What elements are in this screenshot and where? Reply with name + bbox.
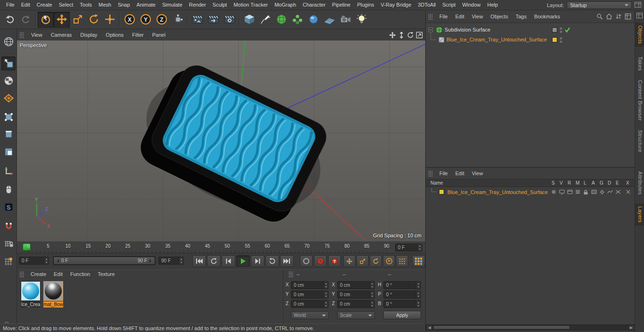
menu-item-animate[interactable]: Animate (133, 0, 159, 10)
object-name-selected[interactable]: Blue_Ice_Cream_Tray_Untouched_Surface (446, 35, 547, 45)
viewport-menu-view[interactable]: View (27, 30, 47, 40)
layer-name[interactable]: Blue_Ice_Cream_Tray_Untouched_Surface (447, 187, 548, 197)
xref-toggle-icon[interactable] (625, 189, 631, 195)
stepper[interactable]: ▴▾ (323, 300, 328, 308)
tab-objects[interactable]: Objects (635, 23, 644, 47)
stepper[interactable]: ▴▾ (44, 257, 49, 264)
scrollbar-thumb[interactable] (433, 325, 570, 330)
layer-color-chip[interactable] (439, 189, 444, 194)
panel-grip[interactable] (428, 170, 433, 177)
edges-mode-button[interactable] (1, 128, 16, 142)
record-button[interactable] (314, 255, 327, 267)
layer-row[interactable]: Blue_Ice_Cream_Tray_Untouched_Surface (426, 187, 635, 197)
menu-item-simulate[interactable]: Simulate (159, 0, 186, 10)
range-right-handle-icon[interactable] (149, 259, 153, 263)
column-e[interactable]: E (616, 180, 619, 186)
om-menu-file[interactable]: File (436, 11, 452, 23)
solo-toggle-icon[interactable] (551, 189, 557, 195)
floor-button[interactable] (322, 12, 338, 28)
column-g[interactable]: G (600, 180, 603, 186)
viewport-menu-filter[interactable]: Filter (128, 30, 148, 40)
stepper[interactable]: ▴▾ (370, 300, 374, 308)
panel-grip[interactable] (19, 271, 25, 277)
column-l[interactable]: L (584, 180, 586, 186)
size-x-field[interactable]: 0 cm▴▾ (337, 281, 375, 289)
tab-takes[interactable]: Takes (635, 54, 644, 73)
lm-menu-file[interactable]: File (436, 169, 452, 178)
menu-item-mograph[interactable]: MoGraph (271, 0, 299, 10)
stepper-up-icon[interactable]: ▴ (179, 257, 183, 261)
render-toggle-icon[interactable] (567, 189, 573, 195)
column-d[interactable]: D (608, 180, 611, 186)
model-mode-button[interactable] (1, 57, 16, 71)
tab-content-browser[interactable]: Content Browser (635, 77, 644, 123)
pos-z-field[interactable]: 0 cm▴▾ (291, 300, 329, 308)
add-cube-button[interactable] (241, 12, 257, 28)
rotate-tool-button[interactable] (86, 12, 102, 28)
stepper[interactable]: ▴▾ (417, 244, 422, 251)
subdivision-surface-button[interactable] (273, 12, 289, 28)
om-menu-bookmarks[interactable]: Bookmarks (530, 11, 564, 23)
material-menu-create[interactable]: Create (27, 270, 50, 278)
menu-item-script[interactable]: Script (439, 0, 459, 10)
size-y-field[interactable]: 0 cm▴▾ (337, 291, 375, 299)
camera-button[interactable] (338, 12, 354, 28)
deformers-toggle-icon[interactable] (607, 189, 613, 195)
keyframe-button[interactable] (300, 255, 313, 267)
menu-item-help[interactable]: Help (484, 0, 502, 10)
menu-item-3dtoall[interactable]: 3DToAll (414, 0, 439, 10)
panel-menu-icon[interactable] (636, 13, 643, 19)
visibility-dots-icon[interactable] (560, 27, 562, 34)
viewport-menu-options[interactable]: Options (101, 30, 128, 40)
material-item-ice-cream[interactable]: Ice_Crea (21, 281, 41, 308)
om-menu-objects[interactable]: Objects (487, 11, 512, 23)
last-tool-button[interactable] (102, 12, 118, 28)
pos-y-field[interactable]: 0 cm▴▾ (291, 291, 329, 299)
redo-button[interactable] (18, 12, 34, 28)
scroll-left-arrow[interactable]: ◀ (426, 325, 433, 330)
visibility-dots-icon[interactable] (560, 37, 562, 44)
panel-grip[interactable] (289, 271, 294, 277)
move-tool-button[interactable] (54, 12, 70, 28)
menu-item-motion-tracker[interactable]: Motion Tracker (230, 0, 271, 10)
render-view-button[interactable] (190, 12, 206, 28)
stepper-down-icon[interactable]: ▾ (179, 261, 183, 265)
menu-item-snap[interactable]: Snap (115, 0, 133, 10)
material-item-mat-bow[interactable]: mat_Bow (43, 281, 63, 308)
tab-attributes[interactable]: Attributes (635, 169, 644, 197)
menu-item-window[interactable]: Window (459, 0, 484, 10)
undo-button[interactable] (2, 12, 18, 28)
maximize-view-icon[interactable] (415, 31, 423, 39)
frame-range-bar[interactable]: 0 F 90 F (54, 257, 155, 264)
coord-mode-dropdown[interactable]: Scale (337, 311, 375, 319)
mograph-cloner-button[interactable] (289, 12, 305, 28)
rot-p-field[interactable]: 0 °▴▾ (383, 291, 421, 299)
object-tree[interactable]: Subdivision Surface Blue_Ice_Cream_Tray_… (426, 23, 635, 167)
stepper[interactable]: ▴▾ (179, 257, 183, 264)
timeline-frame-field[interactable]: 0 F ▴▾ (395, 243, 422, 251)
key-position-toggle[interactable] (343, 255, 355, 267)
frame-range-slider[interactable]: 0 F 90 F (53, 256, 156, 265)
render-picture-viewer-button[interactable] (206, 12, 222, 28)
panel-grip[interactable] (19, 32, 25, 38)
tab-structure[interactable]: Structure (635, 127, 644, 155)
stepper-up-icon[interactable]: ▴ (44, 257, 49, 261)
column-v[interactable]: V (560, 180, 563, 186)
view-toggle-icon[interactable] (559, 189, 565, 195)
enable-check-icon[interactable] (564, 27, 570, 34)
object-name[interactable]: Subdivision Surface (445, 25, 490, 35)
coord-system-dropdown[interactable]: World (291, 311, 329, 319)
previous-frame-button[interactable] (222, 255, 235, 267)
column-m[interactable]: M (576, 180, 579, 186)
column-r[interactable]: R (568, 180, 571, 186)
frame-icon[interactable] (624, 13, 632, 21)
menu-item-create[interactable]: Create (33, 0, 56, 10)
apply-button[interactable]: Apply (383, 311, 421, 319)
om-menu-tags[interactable]: Tags (512, 11, 530, 23)
viewport-menu-panel[interactable]: Panel (148, 30, 170, 40)
scale-tool-button[interactable] (70, 12, 86, 28)
column-name[interactable]: Name (430, 180, 443, 186)
axis-mode-button[interactable] (1, 164, 16, 178)
material-menu-edit[interactable]: Edit (50, 270, 66, 278)
menu-item-edit[interactable]: Edit (18, 0, 33, 10)
